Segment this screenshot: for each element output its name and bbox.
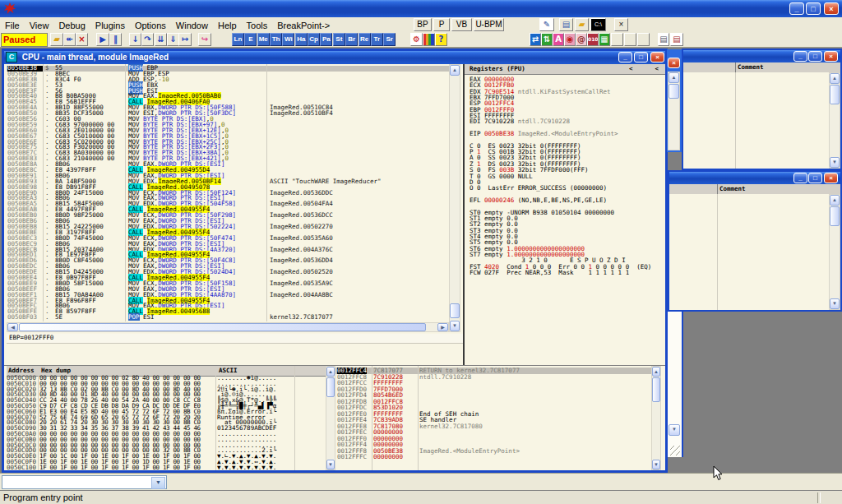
execute-till-return-button[interactable]: ↦ bbox=[178, 33, 192, 46]
comment-bottom-scroll-thumb[interactable] bbox=[830, 206, 840, 226]
scroll-down-icon[interactable]: ▼ bbox=[669, 424, 680, 436]
stack-pane[interactable]: 0012FFC47C817077RETURN to kernel32.7C817… bbox=[335, 366, 651, 470]
comment-top-vscrollbar[interactable]: ▲ ▼ bbox=[829, 72, 840, 169]
cpu-window[interactable]: C CPU - main thread, module ImageRed _ □… bbox=[2, 49, 668, 473]
disasm-vscroll-thumb[interactable] bbox=[450, 303, 460, 318]
toolbar-letter-button-cp[interactable]: Cp bbox=[308, 33, 320, 46]
record-dot-button[interactable]: ◉ bbox=[564, 33, 576, 46]
scroll-up-icon[interactable]: ▲ bbox=[652, 367, 660, 377]
comment-window-top-body[interactable] bbox=[683, 72, 829, 169]
menu-item-plugins[interactable]: Plugins bbox=[90, 19, 130, 32]
register-line[interactable]: EFL 00000246 (NO,NB,E,BE,NS,PE,GE,LE) bbox=[465, 197, 665, 203]
blank-button-2[interactable] bbox=[624, 33, 636, 46]
disasm-row[interactable]: 0050BE38$55PUSH EBP bbox=[7, 66, 449, 72]
menu-item-window[interactable]: Window bbox=[171, 19, 213, 32]
register-line[interactable]: T 0 GS 0000 NULL bbox=[465, 173, 665, 179]
register-line[interactable]: FCW 027F Prec NEAR,53 Mask 1 1 1 1 1 1 bbox=[465, 270, 665, 275]
open-file-button[interactable]: ▰ bbox=[50, 33, 63, 46]
minimize-button[interactable]: _ bbox=[789, 2, 804, 15]
scroll-up-icon[interactable]: ▲ bbox=[450, 65, 460, 76]
menu-item-file[interactable]: File bbox=[0, 19, 25, 32]
scroll-right-icon[interactable]: ▶ bbox=[437, 323, 448, 331]
help-button[interactable]: ? bbox=[435, 33, 447, 46]
step-into-button[interactable]: ↓ bbox=[129, 33, 141, 46]
cpu-minimize-button[interactable]: _ bbox=[618, 52, 632, 62]
toolbar-letter-button-wi[interactable]: Wi bbox=[282, 33, 294, 46]
updown-button[interactable]: ⇅ bbox=[541, 33, 553, 46]
step-over-button[interactable]: ↷ bbox=[141, 33, 154, 46]
disasm-hscrollbar[interactable]: ◀ ▶ bbox=[7, 322, 449, 332]
comment-bottom-minimize-button[interactable]: _ bbox=[793, 173, 807, 183]
disasm-row[interactable]: 0050BE8C.E8 4397F8FFCALL ImageRed.004955… bbox=[7, 168, 449, 173]
scroll-down-icon[interactable]: ▼ bbox=[830, 298, 840, 309]
disasm-row[interactable]: 0050BF03.5EPOP ESIkernel32.7C817077 bbox=[7, 315, 449, 321]
registers-header[interactable]: Registers (FPU) < < bbox=[465, 64, 665, 75]
menu-item-debug[interactable]: Debug bbox=[53, 19, 90, 32]
scroll-down-icon[interactable]: ▼ bbox=[450, 321, 460, 331]
comment-window-top[interactable]: _ □ × Comment ▲ ▼ bbox=[682, 49, 842, 170]
cpu-restore-button[interactable]: □ bbox=[634, 52, 648, 62]
stack-vscrollbar[interactable]: ▲ ▼ bbox=[651, 366, 661, 470]
ascii-a-button[interactable]: A bbox=[553, 33, 564, 46]
plugin-button-bp[interactable]: BP bbox=[414, 18, 432, 31]
binary-button[interactable]: 010 bbox=[587, 33, 599, 46]
chevron-down-icon[interactable]: ▼ bbox=[151, 477, 165, 489]
comment-bottom-maximize-button[interactable]: □ bbox=[808, 173, 822, 183]
toolbar-letter-button-ln[interactable]: Ln bbox=[232, 33, 244, 46]
blank-button-3[interactable] bbox=[637, 33, 650, 46]
disasm-row[interactable]: 0050BEE9.8B0D 58F15000MOV ECX,DWORD PTR … bbox=[7, 281, 449, 287]
disasm-row[interactable]: 0050BEC3.8B0D 74F45000MOV ECX,DWORD PTR … bbox=[7, 236, 449, 242]
restore-button[interactable]: □ bbox=[806, 2, 821, 15]
dump-vscrollbar[interactable]: ▲ ▼ bbox=[326, 366, 335, 470]
disasm-row[interactable]: 0050BE3B.83C4 F0ADD ESP,-10 bbox=[7, 77, 449, 83]
info-pane[interactable]: EBP=0012FFF0 bbox=[7, 334, 463, 344]
disasm-vscrollbar[interactable]: ▲ ▼ bbox=[449, 64, 460, 332]
close-toolbar-icon[interactable]: × bbox=[614, 18, 628, 31]
toolbar-letter-button-st[interactable]: St bbox=[333, 33, 345, 46]
disasm-row[interactable]: 0050BEFE.E8 8597F8FFCALL ImageRed.004956… bbox=[7, 309, 449, 315]
toolbar-letter-button-re[interactable]: Re bbox=[359, 33, 371, 46]
registers-header-collapse-icons[interactable]: < < bbox=[629, 64, 659, 73]
main-title-bar[interactable]: _ □ × bbox=[0, 0, 842, 17]
comment-top-minimize-button[interactable]: _ bbox=[793, 51, 807, 62]
comment-bottom-close-button[interactable]: × bbox=[824, 173, 838, 183]
scroll-up-icon[interactable]: ▲ bbox=[830, 195, 840, 206]
scroll-left-icon[interactable]: ◀ bbox=[7, 323, 18, 331]
stack-row[interactable]: 0012FFFC00000000 bbox=[335, 454, 651, 460]
comment-top-close-button[interactable]: × bbox=[824, 51, 838, 62]
report-list-button-1[interactable]: ▤ bbox=[658, 33, 669, 46]
blank-button-1[interactable] bbox=[611, 33, 623, 46]
edit-notes-icon[interactable]: ✎ bbox=[539, 18, 554, 31]
hidden-window-close-button[interactable]: × bbox=[668, 58, 680, 68]
menu-item-breakpoint[interactable]: BreakPoint-> bbox=[272, 19, 335, 32]
command-input[interactable]: ▼ bbox=[2, 475, 167, 489]
comment-bottom-vscrollbar[interactable]: ▲ ▼ bbox=[829, 194, 840, 310]
restart-button[interactable]: ↞ bbox=[63, 33, 76, 46]
report-list-button-2[interactable]: ▤ bbox=[670, 33, 683, 46]
menu-item-help[interactable]: Help bbox=[213, 19, 242, 32]
comment-top-scroll-thumb[interactable] bbox=[830, 85, 840, 104]
scroll-up-icon[interactable]: ▲ bbox=[326, 367, 335, 377]
menu-item-tools[interactable]: Tools bbox=[242, 19, 273, 32]
log-book-icon[interactable]: ▤ bbox=[559, 18, 573, 31]
animate-into-button[interactable]: ⇊ bbox=[155, 33, 167, 46]
scroll-down-icon[interactable]: ▼ bbox=[326, 460, 335, 469]
register-line[interactable]: EDI 7C910228 ntdll.7C910228 bbox=[465, 118, 665, 124]
scroll-up-icon[interactable]: ▲ bbox=[830, 73, 840, 84]
scroll-down-icon[interactable]: ▼ bbox=[830, 157, 840, 168]
toolbar-letter-button-me[interactable]: Me bbox=[257, 33, 270, 46]
plugin-button-vb[interactable]: VB bbox=[451, 18, 472, 31]
disasm-row[interactable]: 0050BE9D.8B0D 24F15000MOV ECX,DWORD PTR … bbox=[7, 191, 449, 197]
register-line[interactable]: O 0 LastErr ERROR_SUCCESS (00000000) bbox=[465, 185, 665, 191]
open-folder-icon[interactable]: ▰ bbox=[575, 18, 589, 31]
grid-window-button[interactable]: ▦ bbox=[599, 33, 610, 46]
menu-item-view[interactable]: View bbox=[25, 19, 54, 32]
go-to-address-button[interactable]: ↪ bbox=[198, 33, 211, 46]
close-program-button[interactable]: × bbox=[76, 33, 88, 46]
scroll-down-icon[interactable]: ▼ bbox=[652, 460, 660, 469]
comment-window-bottom[interactable]: _ □ × Comment ▲ ▼ bbox=[668, 170, 842, 312]
animate-over-button[interactable]: ⇓ bbox=[167, 33, 179, 46]
toolbar-letter-button-tr[interactable]: Tr bbox=[371, 33, 383, 46]
toolbar-letter-button-pa[interactable]: Pa bbox=[320, 33, 332, 46]
stack-vscroll-thumb[interactable] bbox=[652, 377, 660, 402]
